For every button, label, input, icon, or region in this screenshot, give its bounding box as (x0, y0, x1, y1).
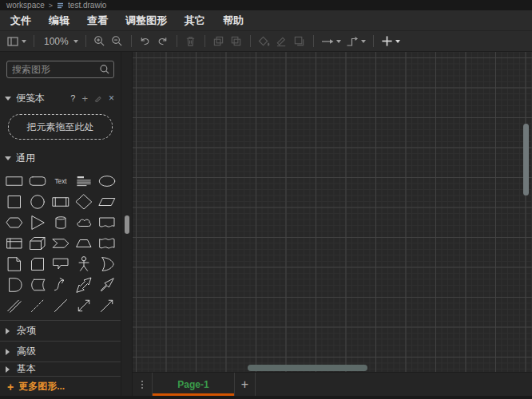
chevron-right-icon: > (49, 2, 53, 10)
shape-dashed-line[interactable] (26, 295, 49, 316)
toolbar-separator (34, 35, 34, 47)
toolbar: 100% (0, 31, 532, 52)
breadcrumb-workspace[interactable]: workspace (6, 1, 45, 10)
toolbar-to-front-button[interactable] (210, 33, 228, 50)
scratchpad-help-icon[interactable]: ? (70, 93, 75, 103)
active-tab-underline (153, 393, 234, 396)
toolbar-delete-button[interactable] (182, 33, 200, 50)
shape-or[interactable] (95, 254, 118, 275)
breadcrumb-filename[interactable]: test.drawio (68, 1, 106, 10)
collapsed-arrow-icon (6, 328, 13, 334)
shape-data-storage[interactable] (26, 275, 49, 295)
search-shapes-input[interactable] (6, 61, 114, 78)
chevron-down-icon (336, 40, 341, 45)
more-shapes-button[interactable]: + 更多图形... (0, 376, 121, 397)
add-page-button[interactable]: + (235, 373, 256, 396)
shape-line[interactable] (49, 295, 72, 316)
shape-tape[interactable] (95, 233, 118, 254)
shape-rectangle[interactable] (2, 171, 26, 192)
toolbar-zoom-in-button[interactable] (91, 33, 109, 50)
scratchpad-close-icon[interactable]: × (109, 93, 114, 104)
shape-search (6, 61, 114, 78)
shape-ellipse[interactable] (95, 171, 118, 192)
shape-cylinder[interactable] (49, 212, 72, 233)
shape-trapezoid[interactable] (72, 233, 95, 254)
shape-textbox[interactable] (72, 171, 95, 192)
shape-bidirectional-arrow[interactable] (72, 275, 95, 295)
toolbar-waypoints-button[interactable] (343, 33, 368, 50)
shape-rounded-rectangle[interactable] (26, 171, 49, 192)
more-shapes-label: 更多图形... (18, 380, 65, 393)
advanced-label: 高级 (17, 345, 36, 358)
toolbar-fill-color-button[interactable] (256, 33, 273, 50)
section-advanced[interactable]: 高级 (0, 341, 121, 361)
shape-link[interactable] (2, 295, 26, 316)
shape-text[interactable]: Text (49, 171, 72, 192)
scratchpad-label: 便笺本 (16, 92, 45, 105)
toolbar-zoom-level[interactable]: 100% (39, 33, 81, 50)
misc-label: 杂项 (17, 324, 36, 338)
scratchpad-add-icon[interactable]: + (81, 93, 88, 105)
shape-step[interactable] (49, 233, 72, 254)
shape-process[interactable] (49, 192, 72, 212)
shape-document[interactable] (95, 212, 118, 233)
shape-circle[interactable] (26, 192, 49, 212)
toolbar-insert-button[interactable] (379, 33, 403, 50)
shape-hexagon[interactable] (2, 212, 26, 233)
toolbar-to-back-button[interactable] (228, 33, 245, 50)
menu-item-1[interactable]: 编辑 (40, 10, 78, 31)
shape-grid: Text (0, 169, 121, 320)
collapsed-arrow-icon (6, 349, 13, 355)
search-icon[interactable] (99, 64, 110, 78)
shape-bidirectional-connector[interactable] (72, 295, 95, 316)
toolbar-redo-button[interactable] (154, 33, 172, 50)
toolbar-line-color-button[interactable] (273, 33, 291, 50)
menu-item-5[interactable]: 帮助 (214, 10, 252, 31)
general-label: 通用 (16, 152, 35, 165)
shape-triangle[interactable] (26, 212, 49, 233)
section-misc[interactable]: 杂项 (0, 320, 121, 341)
shape-directional-connector[interactable] (95, 295, 118, 316)
sidebar-scrollbar-thumb[interactable] (125, 215, 129, 234)
pages-menu-icon[interactable] (133, 373, 152, 396)
shape-parallelogram[interactable] (95, 192, 118, 212)
scratchpad-edit-icon[interactable] (94, 91, 102, 105)
shape-note[interactable] (2, 254, 26, 275)
toolbar-shadow-button[interactable] (291, 33, 308, 50)
shape-square[interactable] (2, 192, 26, 212)
menu-item-2[interactable]: 查看 (78, 10, 117, 31)
shape-card[interactable] (26, 254, 49, 275)
collapsed-arrow-icon (6, 366, 13, 373)
shape-and[interactable] (2, 275, 26, 295)
page-tab-label: Page-1 (177, 379, 208, 390)
shape-diamond[interactable] (72, 192, 95, 212)
toolbar-separator (250, 35, 251, 47)
shape-cloud[interactable] (72, 212, 95, 233)
toolbar-zoom-out-button[interactable] (109, 33, 126, 50)
toolbar-connection-button[interactable] (319, 33, 343, 50)
diagram-canvas[interactable] (133, 52, 532, 372)
general-section-header[interactable]: 通用 (0, 151, 121, 165)
canvas-horizontal-scrollbar-thumb[interactable] (248, 365, 367, 371)
sidebar-scrollbar (121, 52, 133, 399)
menu-item-0[interactable]: 文件 (2, 10, 40, 31)
shape-arrow[interactable] (95, 275, 118, 295)
menu-item-3[interactable]: 调整图形 (117, 10, 176, 31)
shape-callout[interactable] (49, 254, 72, 275)
shape-sidebar: 便笺本 ? + × 把元素拖至此处 通用 Text (0, 52, 121, 399)
toolbar-view-selector-button[interactable] (4, 33, 29, 50)
shape-curve[interactable] (49, 275, 72, 295)
section-basic[interactable]: 基本 (0, 361, 121, 376)
toolbar-undo-button[interactable] (137, 33, 154, 50)
canvas-vertical-scrollbar-thumb[interactable] (523, 124, 529, 196)
chevron-down-icon (361, 40, 366, 45)
shape-cube[interactable] (26, 233, 49, 254)
scratchpad-dropzone[interactable]: 把元素拖至此处 (8, 114, 113, 140)
chevron-down-icon (22, 40, 26, 45)
scratchpad-section-header[interactable]: 便笺本 ? + × (0, 91, 121, 105)
shape-actor[interactable] (72, 254, 95, 275)
basic-label: 基本 (17, 362, 36, 376)
menu-item-4[interactable]: 其它 (176, 10, 214, 31)
shape-internal-storage[interactable] (2, 233, 26, 254)
page-tab[interactable]: Page-1 (152, 373, 235, 396)
